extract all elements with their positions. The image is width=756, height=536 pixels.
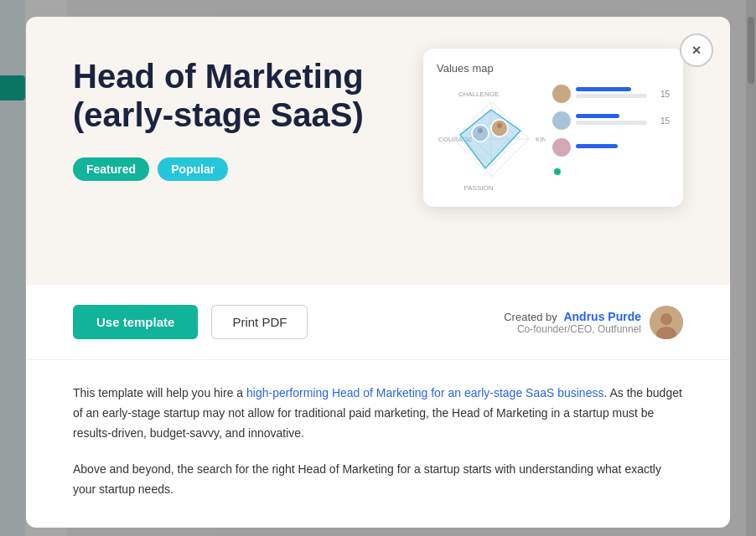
svg-text:CHALLENGE: CHALLENGE <box>458 90 499 98</box>
close-button[interactable]: × <box>680 34 713 67</box>
print-pdf-button[interactable]: Print PDF <box>211 305 308 339</box>
svg-point-14 <box>497 123 502 128</box>
bar-group-2 <box>576 114 655 127</box>
dot-indicator <box>554 168 561 175</box>
avatar-2 <box>552 111 571 130</box>
svg-text:KINDNESS: KINDNESS <box>536 136 546 143</box>
bar-group-1 <box>576 87 655 100</box>
preview-card: Values map CHALLENGE KINDNESS PASSION CO… <box>423 49 683 207</box>
spider-chart: CHALLENGE KINDNESS PASSION COURAGE <box>437 85 546 193</box>
preview-item-2: 15 <box>552 111 670 130</box>
modal-header: Head of Marketing (early-stage SaaS) Fea… <box>26 17 730 285</box>
bar-1-blue <box>576 87 631 91</box>
preview-item: 15 <box>552 85 670 103</box>
badge-featured: Featured <box>73 157 149 181</box>
bar-2-light <box>576 121 647 125</box>
creator-role: Co-founder/CEO, Outfunnel <box>504 323 641 335</box>
score-1: 15 <box>660 90 670 99</box>
description-paragraph-2: Above and beyond, the search for the rig… <box>73 460 683 500</box>
modal-action-bar: Use template Print PDF Created by Andrus… <box>26 285 730 360</box>
preview-list: 15 15 <box>552 85 670 193</box>
avatar-3 <box>552 138 571 157</box>
badge-group: Featured Popular <box>73 157 390 181</box>
use-template-button[interactable]: Use template <box>73 305 198 339</box>
svg-text:PASSION: PASSION <box>464 184 494 192</box>
avatar-1 <box>552 85 571 103</box>
preview-card-content: CHALLENGE KINDNESS PASSION COURAGE <box>437 85 670 193</box>
score-2: 15 <box>660 116 670 126</box>
preview-item-3 <box>552 138 670 157</box>
modal-header-left: Head of Marketing (early-stage SaaS) Fea… <box>73 57 423 181</box>
svg-point-15 <box>478 128 483 133</box>
desc-1-text-1: This template will help you hire a <box>73 386 246 399</box>
preview-card-title: Values map <box>437 62 670 75</box>
desc-2-text-1: Above and beyond, the search for the rig… <box>73 462 661 496</box>
desc-1-highlight-1: high-performing Head of Marketing for an… <box>246 386 603 399</box>
modal-title: Head of Marketing (early-stage SaaS) <box>73 57 390 134</box>
bar-1-light <box>576 94 647 98</box>
description-paragraph-1: This template will help you hire a high-… <box>73 384 683 443</box>
modal-description: This template will help you hire a high-… <box>26 360 730 528</box>
creator-text: Created by Andrus Purde Co-founder/CEO, … <box>504 310 641 335</box>
badge-popular: Popular <box>158 157 228 181</box>
bar-3-blue <box>576 144 618 148</box>
bar-2-blue <box>576 114 619 118</box>
creator-avatar <box>650 306 683 339</box>
bar-group-3 <box>576 144 670 151</box>
template-modal: Head of Marketing (early-stage SaaS) Fea… <box>26 17 730 528</box>
svg-point-17 <box>660 313 672 325</box>
creator-name: Andrus Purde <box>563 310 641 323</box>
modal-overlay: Head of Marketing (early-stage SaaS) Fea… <box>0 0 756 536</box>
svg-marker-9 <box>460 110 520 168</box>
created-by-label: Created by Andrus Purde <box>504 310 641 323</box>
creator-info: Created by Andrus Purde Co-founder/CEO, … <box>504 306 683 339</box>
